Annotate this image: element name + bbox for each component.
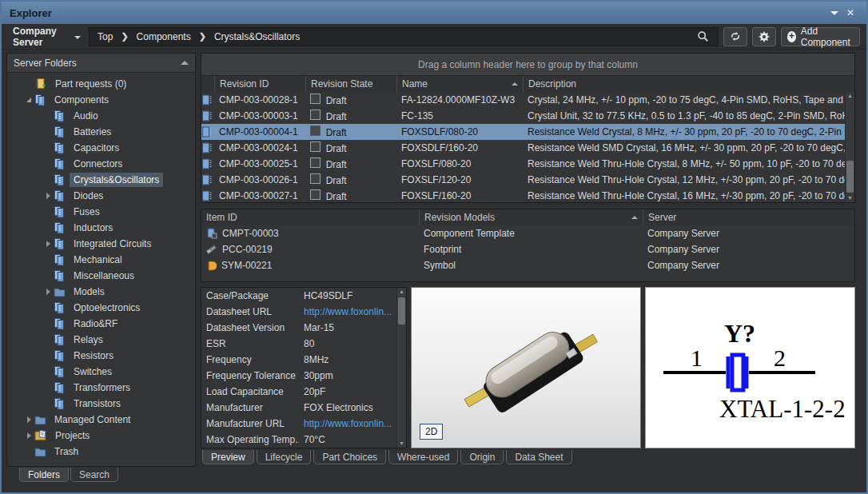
- tab-folders[interactable]: Folders: [19, 468, 69, 482]
- scroll-up-icon[interactable]: ▲: [397, 288, 406, 296]
- sidebar-item-components[interactable]: Components: [7, 92, 195, 108]
- table-row[interactable]: CMP-003-00003-1 DraftFC-135Crystal Unit,…: [201, 108, 854, 124]
- sidebar-item-diodes[interactable]: Diodes: [7, 188, 195, 204]
- server-selector[interactable]: Company Server: [2, 24, 89, 49]
- search-button[interactable]: [691, 27, 715, 46]
- column-header-revision-id[interactable]: Revision ID: [214, 76, 305, 92]
- sidebar-item-resistors[interactable]: Resistors: [7, 348, 195, 364]
- close-button[interactable]: ✕: [842, 6, 858, 20]
- model-3d-preview[interactable]: 2D: [411, 287, 641, 448]
- sidebar-item-inductors[interactable]: Inductors: [7, 220, 195, 236]
- scroll-down-icon[interactable]: ▼: [397, 440, 406, 448]
- sidebar-item-trash[interactable]: Trash: [7, 444, 195, 460]
- panel-menu-button[interactable]: [826, 6, 842, 20]
- tab-origin[interactable]: Origin: [460, 450, 504, 464]
- expand-icon[interactable]: [27, 432, 31, 439]
- tab-lifecycle[interactable]: Lifecycle: [257, 450, 312, 464]
- parameter-row: Case/PackageHC49SDLF: [201, 288, 406, 304]
- name-cell: FOXSLF/160-20: [396, 190, 523, 201]
- table-row[interactable]: CMP-003-00004-1 DraftFOXSDLF/080-20Resis…: [201, 124, 854, 140]
- sidebar-item-switches[interactable]: Switches: [7, 364, 195, 380]
- sidebar-item-optoelectronics[interactable]: Optoelectronics: [7, 300, 195, 316]
- table-row[interactable]: CMP-003-00026-1 DraftFOXSLF/120-20Resist…: [201, 172, 854, 188]
- breadcrumb-item[interactable]: Crystals&Oscillators: [214, 31, 300, 42]
- breadcrumb-item[interactable]: Top: [98, 31, 113, 42]
- 2d-mode-button[interactable]: 2D: [420, 424, 443, 440]
- model-row[interactable]: CMPT-00003Component TemplateCompany Serv…: [201, 225, 854, 241]
- table-row[interactable]: CMP-003-00024-1 DraftFOXSDLF/160-20Resis…: [201, 140, 854, 156]
- table-row[interactable]: CMP-003-00028-1 DraftFA-12824.0000MF10Z-…: [201, 92, 854, 108]
- description-cell: Resistance Weld Thru-Hole Crystal, 16 MH…: [523, 190, 854, 201]
- state-checkbox[interactable]: [310, 173, 321, 184]
- scrollbar-thumb[interactable]: [846, 161, 854, 193]
- column-header-description[interactable]: Description: [523, 76, 854, 92]
- folder-icon: [54, 287, 66, 297]
- sidebar-item-radio-rf[interactable]: Radio&RF: [7, 316, 195, 332]
- table-row[interactable]: CMP-003-00025-1 DraftFOXSLF/080-20Resist…: [201, 156, 854, 172]
- column-header-server[interactable]: Server: [643, 209, 854, 225]
- sidebar-item-part-requests-0-[interactable]: Part requests (0): [7, 76, 195, 92]
- model-row[interactable]: PCC-00219FootprintCompany Server: [201, 241, 854, 257]
- parameters-scrollbar[interactable]: ▲ ▼: [396, 288, 406, 448]
- server-folders-panel: Server Folders Part requests (0)Componen…: [6, 53, 196, 467]
- state-checkbox[interactable]: [310, 157, 321, 168]
- sidebar-item-relays[interactable]: Relays: [7, 332, 195, 348]
- expand-icon[interactable]: [46, 193, 50, 199]
- table-row[interactable]: CMP-003-00027-1 DraftFOXSLF/160-20Resist…: [201, 188, 854, 203]
- sidebar-item-capacitors[interactable]: Capacitors: [7, 140, 195, 156]
- column-header-name[interactable]: Name: [396, 76, 523, 92]
- sidebar-header[interactable]: Server Folders: [7, 54, 195, 73]
- expand-icon[interactable]: [27, 416, 31, 423]
- sidebar-item-fuses[interactable]: Fuses: [7, 204, 195, 220]
- symbol-preview[interactable]: 1 2 Y? XTAL-1-2-2: [645, 287, 855, 448]
- scrollbar-thumb[interactable]: [398, 297, 405, 325]
- sidebar-item-transistors[interactable]: Transistors: [7, 396, 195, 412]
- tab-search[interactable]: Search: [70, 468, 118, 482]
- scroll-down-icon[interactable]: ▼: [846, 194, 854, 202]
- sidebar-item-transformers[interactable]: Transformers: [7, 380, 195, 396]
- sidebar-item-audio[interactable]: Audio: [7, 108, 195, 124]
- state-checkbox[interactable]: [310, 94, 321, 104]
- parameter-link[interactable]: http://www.foxonlin...: [299, 418, 406, 429]
- sidebar-item-label: Transformers: [70, 380, 134, 395]
- model-row[interactable]: SYM-00221SymbolCompany Server: [201, 257, 854, 273]
- settings-button[interactable]: [752, 27, 776, 46]
- expand-icon[interactable]: [46, 241, 50, 247]
- sidebar-item-crystals-oscillators[interactable]: Crystals&Oscillators: [7, 172, 195, 188]
- state-checkbox[interactable]: [310, 125, 321, 136]
- sidebar-item-mechanical[interactable]: Mechanical: [7, 252, 195, 268]
- column-header-item-id[interactable]: Item ID: [201, 209, 419, 225]
- group-by-bar[interactable]: Drag a column header here to group by th…: [201, 54, 854, 76]
- parameter-name: Frequency Tolerance: [201, 370, 299, 381]
- sidebar-item-connectors[interactable]: Connectors: [7, 156, 195, 172]
- column-header-revision-state[interactable]: Revision State: [305, 76, 396, 92]
- state-checkbox[interactable]: [310, 189, 321, 200]
- sidebar-item-label: Capacitors: [70, 141, 123, 155]
- scroll-up-icon[interactable]: ▲: [846, 92, 854, 100]
- sidebar-item-managed-content[interactable]: Managed Content: [7, 412, 195, 428]
- sidebar-item-integrated-circuits[interactable]: Integrated Circuits: [7, 236, 195, 252]
- parameter-value: 30ppm: [299, 370, 406, 381]
- state-checkbox[interactable]: [310, 141, 321, 152]
- parameter-value: 80: [299, 338, 406, 349]
- crystal-symbol: 1 2 Y? XTAL-1-2-2: [646, 288, 854, 448]
- sidebar-item-miscellaneous[interactable]: Miscellaneous: [7, 268, 195, 284]
- tab-data-sheet[interactable]: Data Sheet: [506, 450, 571, 464]
- expand-icon[interactable]: [46, 289, 50, 295]
- refresh-button[interactable]: [723, 27, 747, 46]
- state-checkbox[interactable]: [310, 110, 321, 120]
- breadcrumb-item[interactable]: Components: [137, 31, 191, 42]
- sidebar-item-batteries[interactable]: Batteries: [7, 124, 195, 140]
- sidebar-item-models[interactable]: Models: [7, 284, 195, 300]
- sidebar-item-projects[interactable]: Projects: [7, 428, 195, 444]
- tab-preview[interactable]: Preview: [202, 450, 254, 464]
- search-icon: [697, 30, 709, 42]
- grid-scrollbar[interactable]: ▲ ▼: [845, 92, 854, 202]
- column-header-revision-models[interactable]: Revision Models: [419, 209, 643, 225]
- add-component-button[interactable]: + Add Component: [781, 27, 860, 46]
- collapse-icon[interactable]: [26, 98, 31, 102]
- tab-where-used[interactable]: Where-used: [388, 450, 458, 464]
- revision-id-cell: CMP-003-00028-1: [214, 94, 305, 106]
- parameter-link[interactable]: http://www.foxonlin...: [299, 306, 406, 317]
- tab-part-choices[interactable]: Part Choices: [313, 450, 386, 464]
